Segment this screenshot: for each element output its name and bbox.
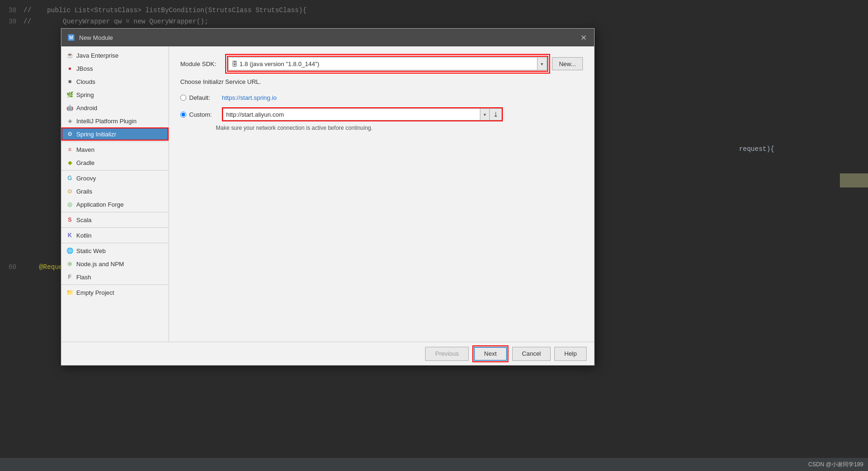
hint-text: Make sure your network connection is act…: [216, 125, 583, 131]
cancel-button[interactable]: Cancel: [512, 347, 551, 361]
sidebar-item-label: Groovy: [76, 175, 96, 182]
dialog-footer: Previous Next Cancel Help: [61, 342, 594, 365]
code-content: // QueryWrapper qw = new QueryWrapper();: [23, 18, 208, 25]
sdk-select[interactable]: 🗄 1.8 (java version "1.8.0_144"): [228, 57, 537, 70]
sidebar-item-jboss[interactable]: ● JBoss: [61, 62, 169, 75]
default-radio[interactable]: [180, 95, 186, 101]
help-button[interactable]: Help: [554, 347, 587, 361]
previous-button[interactable]: Previous: [425, 347, 469, 361]
sidebar-item-label: Application Forge: [76, 201, 124, 208]
bottom-bar: CSDN @小谢同学189: [0, 458, 868, 471]
default-label: Default:: [189, 94, 222, 101]
maven-icon: ≡: [66, 146, 74, 153]
sidebar-item-staticweb[interactable]: 🌐 Static Web: [61, 244, 169, 257]
sidebar-item-label: Spring Initializr: [76, 131, 116, 138]
code-content: // public List<StrutsClass> listByCondit…: [23, 7, 307, 14]
grails-icon: ⊙: [66, 187, 74, 195]
dialog-body: ☕ Java Enterprise ● JBoss ■ Clouds 🌿 Spr…: [61, 46, 594, 342]
request-text: request){: [739, 145, 774, 153]
spring-icon: 🌿: [66, 91, 74, 98]
line-number: 39: [0, 18, 23, 25]
new-button[interactable]: New...: [552, 57, 583, 70]
sidebar-item-java-enterprise[interactable]: ☕ Java Enterprise: [61, 49, 169, 62]
sidebar-item-label: Clouds: [76, 78, 95, 85]
custom-input-action-icon[interactable]: ⤓: [490, 108, 502, 120]
sidebar-item-label: Spring: [76, 91, 94, 98]
dialog-title: New Module: [79, 34, 578, 41]
sidebar-item-label: Empty Project: [76, 289, 114, 296]
sidebar-item-label: Android: [76, 105, 97, 112]
separator: [61, 212, 169, 212]
separator: [61, 284, 169, 285]
sidebar-item-label: Static Web: [76, 247, 106, 254]
svg-text:M: M: [69, 35, 73, 40]
sidebar: ☕ Java Enterprise ● JBoss ■ Clouds 🌿 Spr…: [61, 46, 169, 342]
sidebar-item-label: Grails: [76, 188, 92, 195]
sidebar-item-label: Java Enterprise: [76, 52, 118, 59]
java-enterprise-icon: ☕: [66, 52, 74, 59]
next-button[interactable]: Next: [474, 347, 507, 361]
empty-icon: 📁: [66, 289, 74, 296]
main-content: Module SDK: 🗄 1.8 (java version "1.8.0_1…: [169, 46, 594, 342]
separator: [61, 243, 169, 243]
custom-url-wrapper: ▾ ⤓: [222, 107, 503, 121]
clouds-icon: ■: [66, 78, 74, 85]
service-url-label: Choose Initializr Service URL.: [180, 78, 583, 85]
sidebar-item-label: Flash: [76, 274, 91, 281]
custom-dropdown-arrow[interactable]: ▾: [480, 108, 490, 120]
sidebar-item-maven[interactable]: ≡ Maven: [61, 143, 169, 156]
separator: [61, 170, 169, 171]
sidebar-item-label: JBoss: [76, 65, 93, 72]
dialog-titlebar: M New Module ✕: [61, 29, 594, 46]
line-number: 38: [0, 7, 23, 14]
bottom-bar-text: CSDN @小谢同学189: [808, 461, 863, 469]
sidebar-item-groovy[interactable]: G Groovy: [61, 172, 169, 185]
groovy-icon: G: [66, 174, 74, 182]
custom-radio-row: Custom: ▾ ⤓: [180, 108, 583, 121]
sidebar-item-appforge[interactable]: ◎ Application Forge: [61, 198, 169, 211]
separator: [61, 142, 169, 142]
sidebar-item-flash[interactable]: F Flash: [61, 270, 169, 284]
dialog-backdrop: M New Module ✕ ☕ Java Enterprise ● JBoss: [61, 28, 595, 366]
gradle-icon: ◆: [66, 159, 74, 166]
separator: [61, 227, 169, 228]
sidebar-item-grails[interactable]: ⊙ Grails: [61, 185, 169, 198]
sidebar-item-label: Gradle: [76, 159, 95, 166]
yellow-highlight: [840, 173, 868, 187]
sidebar-item-clouds[interactable]: ■ Clouds: [61, 75, 169, 88]
jboss-icon: ●: [66, 65, 74, 72]
appforge-icon: ◎: [66, 201, 74, 208]
sidebar-item-intellij[interactable]: ◈ IntelliJ Platform Plugin: [61, 114, 169, 127]
staticweb-icon: 🌐: [66, 247, 74, 254]
spring-initializr-icon: ⚙: [66, 130, 74, 138]
sdk-select-wrapper: 🗄 1.8 (java version "1.8.0_144") ▾: [227, 56, 548, 72]
module-sdk-row: Module SDK: 🗄 1.8 (java version "1.8.0_1…: [180, 56, 583, 72]
new-module-dialog: M New Module ✕ ☕ Java Enterprise ● JBoss: [61, 28, 595, 366]
sdk-dropdown-arrow[interactable]: ▾: [537, 57, 547, 70]
sidebar-item-nodejs[interactable]: ⊛ Node.js and NPM: [61, 257, 169, 270]
sidebar-item-label: Kotlin: [76, 232, 92, 239]
nodejs-icon: ⊛: [66, 260, 74, 268]
dialog-icon: M: [67, 33, 75, 42]
custom-label: Custom:: [189, 111, 222, 118]
sidebar-item-android[interactable]: 🤖 Android: [61, 101, 169, 114]
sidebar-item-empty[interactable]: 📁 Empty Project: [61, 286, 169, 299]
sidebar-item-label: Node.js and NPM: [76, 261, 124, 268]
custom-url-input[interactable]: [223, 108, 480, 120]
sidebar-item-kotlin[interactable]: K Kotlin: [61, 229, 169, 242]
default-url-link[interactable]: https://start.spring.io: [222, 94, 277, 101]
line-number: 60: [0, 263, 23, 271]
android-icon: 🤖: [66, 104, 74, 112]
sidebar-item-label: Maven: [76, 146, 95, 153]
sidebar-item-spring[interactable]: 🌿 Spring: [61, 88, 169, 101]
sidebar-item-scala[interactable]: S Scala: [61, 213, 169, 226]
default-radio-row: Default: https://start.spring.io: [180, 91, 583, 104]
sidebar-item-spring-initializr[interactable]: ⚙ Spring Initializr: [61, 127, 169, 141]
sidebar-item-label: IntelliJ Platform Plugin: [76, 118, 137, 125]
custom-radio[interactable]: [180, 112, 186, 118]
module-sdk-label: Module SDK:: [180, 60, 227, 67]
kotlin-icon: K: [66, 232, 74, 239]
close-button[interactable]: ✕: [578, 32, 588, 43]
sidebar-item-gradle[interactable]: ◆ Gradle: [61, 156, 169, 169]
flash-icon: F: [66, 273, 74, 281]
